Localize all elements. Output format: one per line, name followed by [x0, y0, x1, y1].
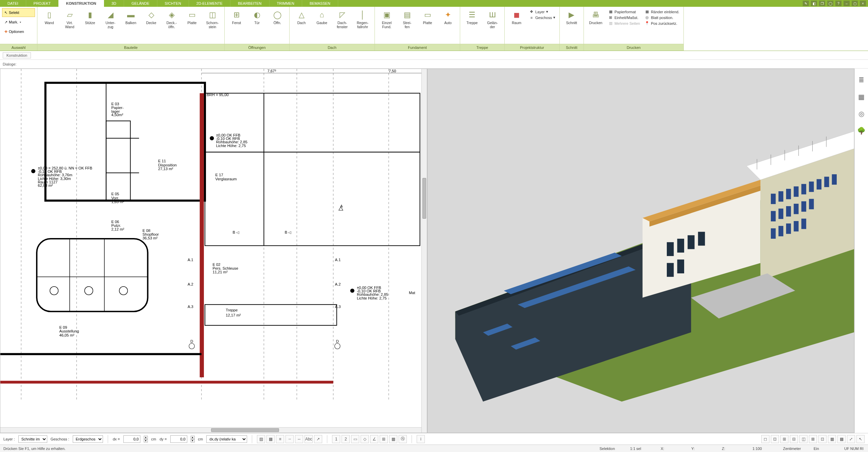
- scrollbar-vertical-2d[interactable]: [421, 69, 427, 433]
- hatch-icon[interactable]: ▨: [257, 435, 265, 443]
- n-icon[interactable]: Ⓝ: [399, 435, 407, 443]
- tool-gelaender[interactable]: ШGelän- der: [483, 8, 502, 29]
- tool-schnitt[interactable]: ▶Schnitt: [562, 8, 581, 25]
- menu-tab-konstruktion[interactable]: KONSTRUKTION: [58, 0, 104, 7]
- tree-icon[interactable]: 🌳: [857, 126, 866, 135]
- poly-icon[interactable]: ◇: [361, 435, 369, 443]
- circle-icon[interactable]: ◯: [827, 1, 833, 6]
- tool-dachfenster[interactable]: ◸Dach- fenster: [332, 8, 352, 29]
- tool-platte-fund[interactable]: ▭Platte: [418, 8, 437, 25]
- tool-raum[interactable]: ◼Raum: [507, 8, 526, 25]
- help-icon[interactable]: ?: [835, 1, 841, 6]
- geschoss-select[interactable]: Erdgeschos: [73, 435, 103, 443]
- tool-wand[interactable]: ▯Wand: [39, 8, 59, 25]
- layer-dropdown[interactable]: ❖Layer▾: [529, 10, 555, 14]
- dim-icon[interactable]: ↔: [295, 435, 303, 443]
- svg-text:4,50m²: 4,50m²: [111, 113, 123, 117]
- tool-tuer[interactable]: ◐Tür: [247, 8, 267, 25]
- tool-schornstein[interactable]: ◫Schorn- stein: [203, 8, 222, 29]
- dy-input[interactable]: [170, 435, 187, 443]
- num1-icon[interactable]: 1: [332, 435, 340, 443]
- coord-mode-select[interactable]: dx,dy (relativ ka: [206, 435, 247, 443]
- menu-tab-datei[interactable]: DATEI: [0, 0, 26, 7]
- pencil-icon[interactable]: ✎: [803, 1, 809, 6]
- dx-spinner[interactable]: ▲▼: [144, 436, 148, 442]
- dy-spinner[interactable]: ▲▼: [191, 436, 195, 442]
- tool-auto-fund[interactable]: ✦Auto: [438, 8, 458, 25]
- tool-dach[interactable]: △Dach: [292, 8, 311, 25]
- snap6-icon[interactable]: ⊠: [809, 435, 817, 443]
- snap11-icon[interactable]: ↖: [856, 435, 865, 443]
- rect-icon[interactable]: ▭: [351, 435, 359, 443]
- scrollbar-horizontal-2d[interactable]: [0, 427, 421, 433]
- snap1-icon[interactable]: ◻: [761, 435, 769, 443]
- tool-einzelfund[interactable]: ▣Einzel Fund.: [377, 8, 397, 29]
- grid-icon[interactable]: ▦: [389, 435, 397, 443]
- close-button[interactable]: ×: [860, 1, 866, 6]
- tool-regenfallrohr[interactable]: │Regen- fallrohr: [353, 8, 372, 29]
- num2-icon[interactable]: 2: [342, 435, 350, 443]
- snap2-icon[interactable]: ⊡: [771, 435, 779, 443]
- papierformat-button[interactable]: ▦Papierformat: [608, 10, 640, 14]
- tool-gaube[interactable]: ⌂Gaube: [312, 8, 332, 25]
- i-icon[interactable]: i: [417, 435, 425, 443]
- line-icon[interactable]: ≡: [276, 435, 284, 443]
- multi-icon[interactable]: ⊞: [380, 435, 388, 443]
- target-icon[interactable]: ◎: [857, 109, 866, 118]
- tool-virt-wand[interactable]: ▱Virt. Wand: [60, 8, 80, 29]
- mehrere-seiten-button[interactable]: ▥Mehrere Seiten: [608, 21, 640, 25]
- einheit-button[interactable]: ⊞Einheit/Maßst.: [608, 15, 640, 20]
- menu-tab-sichten[interactable]: SICHTEN: [157, 0, 189, 7]
- maximize-button[interactable]: ▢: [852, 1, 858, 6]
- tool-balken[interactable]: ▬Balken: [121, 8, 141, 25]
- menu-tab-bearbeiten[interactable]: BEARBEITEN: [230, 0, 270, 7]
- tool-deckoeffn[interactable]: ◈Deck.- öffn.: [162, 8, 181, 29]
- dx-input[interactable]: [123, 435, 140, 443]
- pos-reset-button[interactable]: 📍Pos zurücksetz.: [645, 21, 679, 25]
- menu-tab-3d[interactable]: 3D: [104, 0, 124, 7]
- snap7-icon[interactable]: ⊡: [818, 435, 827, 443]
- svg-text:46,05 m²: 46,05 m²: [59, 333, 74, 337]
- viewport-3d[interactable]: [427, 69, 854, 433]
- layers-icon[interactable]: ≣: [857, 75, 866, 84]
- svg-text:A.2: A.2: [188, 282, 193, 286]
- angle-icon[interactable]: ∠: [370, 435, 378, 443]
- snap4-icon[interactable]: ⊟: [790, 435, 798, 443]
- tool-fenster[interactable]: ⊞Fenst: [227, 8, 246, 25]
- tool-treppe[interactable]: ☰Treppe: [462, 8, 482, 25]
- menu-tab-2delemente[interactable]: 2D-ELEMENTE: [189, 0, 230, 7]
- menu-tab-gelaende[interactable]: GELÄNDE: [124, 0, 157, 7]
- raender-button[interactable]: ▦Ränder einblend.: [645, 10, 679, 14]
- menu-tab-projekt[interactable]: PROJEKT: [26, 0, 59, 7]
- tool-platte[interactable]: ▭Platte: [182, 8, 202, 25]
- selekt-button[interactable]: ↖Selekt: [2, 8, 35, 17]
- cube-icon[interactable]: ◧: [811, 1, 817, 6]
- text-icon[interactable]: Abc: [305, 435, 313, 443]
- geschoss-dropdown[interactable]: ≡Geschoss▾: [529, 15, 555, 20]
- menu-tab-trimmen[interactable]: TRIMMEN: [270, 0, 302, 7]
- snap5-icon[interactable]: ◫: [799, 435, 808, 443]
- tool-oeffnung[interactable]: ◯Öffn.: [267, 8, 287, 25]
- arrow-icon[interactable]: ↗: [314, 435, 322, 443]
- snap3-icon[interactable]: ⊞: [780, 435, 788, 443]
- snap9-icon[interactable]: ▩: [837, 435, 846, 443]
- viewport-2d[interactable]: 7,67³ 7,50: [0, 69, 427, 433]
- tool-decke[interactable]: ◇Decke: [141, 8, 161, 25]
- layer-select[interactable]: Schnitte im: [18, 435, 47, 443]
- mark-button[interactable]: ↗Mark.▾: [2, 18, 35, 26]
- optionen-button[interactable]: ✚Optionen: [2, 27, 35, 36]
- fill-icon[interactable]: ▩: [266, 435, 275, 443]
- dash-icon[interactable]: ┄: [285, 435, 294, 443]
- snap10-icon[interactable]: ⤢: [847, 435, 855, 443]
- tool-streifen[interactable]: ▤Strei- fen: [397, 8, 417, 29]
- menu-tab-bemassen[interactable]: BEMASSEN: [302, 0, 338, 7]
- tab-konstruktion-panel[interactable]: Konstruktion: [3, 52, 31, 58]
- furniture-icon[interactable]: ▦: [857, 92, 866, 101]
- minimize-button[interactable]: –: [844, 1, 850, 6]
- blatt-position-button[interactable]: ◎Blatt position.: [645, 15, 679, 20]
- tool-drucken[interactable]: 🖶Drucken: [586, 8, 606, 25]
- snap8-icon[interactable]: ▦: [828, 435, 836, 443]
- tool-unterzug[interactable]: ◢Unter- zug: [101, 8, 120, 29]
- stack-icon[interactable]: ❐: [819, 1, 825, 6]
- tool-stuetze[interactable]: ▮Stütze: [80, 8, 100, 25]
